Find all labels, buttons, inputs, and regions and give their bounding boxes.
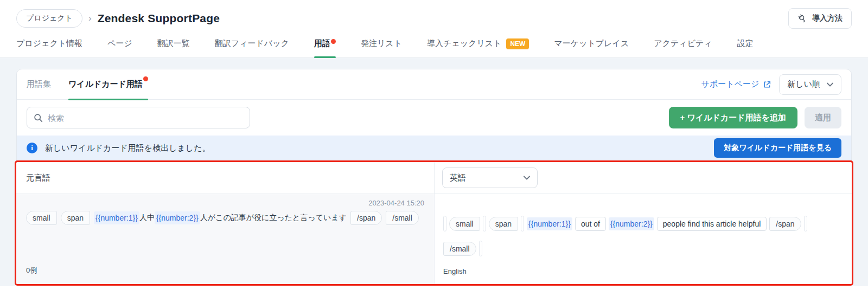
segment: /small <box>386 211 419 225</box>
source-term-cell: 2023-04-24 15:20 smallspan{{number:1}}人中… <box>16 194 434 284</box>
tab[interactable]: 設定 <box>737 34 754 57</box>
subtab[interactable]: ワイルドカード用語 <box>68 69 148 100</box>
table-header-row: 元言語 英語 <box>16 162 852 194</box>
segment: span <box>61 211 90 225</box>
main-area: 用語集 ワイルドカード用語 サポートページ 新しい順 <box>0 58 868 286</box>
tab-label: マーケットプレイス <box>554 38 629 49</box>
source-segments: smallspan{{number:1}}人中{{number:2}}人がこの記… <box>26 211 424 225</box>
tab-label: ページ <box>107 38 132 49</box>
segment[interactable]: /span <box>769 217 801 231</box>
segment: {{number:1}} <box>94 211 139 224</box>
external-link-icon <box>763 80 771 89</box>
info-icon: i <box>27 143 37 153</box>
tab[interactable]: アクティビティ <box>654 34 712 57</box>
segment: {{number:2}} <box>155 211 200 224</box>
target-term-cell: smallspan{{number:1}}out of{{number:2}}p… <box>434 194 852 284</box>
tab-label: 翻訳一覧 <box>157 38 190 49</box>
segment: small <box>26 211 57 225</box>
segment[interactable]: {{number:2}} <box>609 217 654 230</box>
subtab-row: 用語集 ワイルドカード用語 サポートページ 新しい順 <box>17 69 851 100</box>
segment[interactable]: {{number:1}} <box>527 217 572 230</box>
table-row: 2023-04-24 15:20 smallspan{{number:1}}人中… <box>16 194 852 284</box>
subtab[interactable]: 用語集 <box>27 69 51 100</box>
tab-label: 導入チェックリスト <box>427 38 501 49</box>
segment[interactable] <box>443 216 446 231</box>
subtab-label: ワイルドカード用語 <box>68 79 143 89</box>
main-tab-bar: プロジェクト情報 ページ 翻訳一覧 翻訳フィードバック 用語 発注リスト 導入チ… <box>0 34 868 58</box>
tab-label: プロジェクト情報 <box>16 38 82 49</box>
segment: 人がこの記事が役に立ったと言っています <box>200 211 347 225</box>
chevron-down-icon <box>827 82 833 87</box>
page-header: プロジェクト › Zendesk SupportPage 導入方法 <box>0 0 868 34</box>
support-page-label: サポートページ <box>701 79 760 89</box>
view-target-wildcard-terms-button[interactable]: 対象ワイルドカード用語を見る <box>714 138 841 158</box>
tab-label: アクティビティ <box>654 38 712 49</box>
segment: 人中 <box>139 211 155 225</box>
add-wildcard-term-button[interactable]: + ワイルドカード用語を追加 <box>669 107 797 128</box>
segment[interactable]: small <box>449 217 480 231</box>
info-banner: i 新しいワイルドカード用語を検出しました。 対象ワイルドカード用語を見る <box>17 136 851 160</box>
support-page-link[interactable]: サポートページ <box>701 79 772 89</box>
target-language-label: English <box>443 256 844 275</box>
tab[interactable]: 発注リスト <box>361 34 402 57</box>
install-guide-label: 導入方法 <box>812 14 843 23</box>
tab-label: 設定 <box>737 38 754 49</box>
new-badge: NEW <box>506 38 529 49</box>
search-input[interactable] <box>48 113 243 123</box>
tab-label: 発注リスト <box>361 38 402 49</box>
tab[interactable]: 導入チェックリスト NEW <box>427 34 529 57</box>
tab[interactable]: 用語 <box>314 34 336 57</box>
segment[interactable] <box>483 216 486 231</box>
segment[interactable] <box>804 216 807 231</box>
wildcard-terms-table: 元言語 英語 2023-04-24 15:20 smallspan{{numbe… <box>15 160 853 286</box>
tab[interactable]: 翻訳フィードバック <box>215 34 289 57</box>
tab[interactable]: ページ <box>107 34 132 57</box>
search-icon <box>34 113 43 123</box>
sort-order-value: 新しい順 <box>787 79 820 89</box>
segment[interactable]: span <box>489 217 518 231</box>
tab[interactable]: 翻訳一覧 <box>157 34 190 57</box>
plug-icon <box>795 11 809 25</box>
segment[interactable] <box>521 216 524 231</box>
segment[interactable]: /small <box>443 242 476 256</box>
page-title: Zendesk SupportPage <box>98 12 220 25</box>
target-segments-editor: smallspan{{number:1}}out of{{number:2}}p… <box>443 216 844 256</box>
chevron-down-icon <box>524 176 530 180</box>
tab[interactable]: マーケットプレイス <box>554 34 629 57</box>
usage-count: 0例 <box>26 255 424 275</box>
terms-card: 用語集 ワイルドカード用語 サポートページ 新しい順 <box>16 69 852 285</box>
segment[interactable]: people find this article helpful <box>657 217 767 231</box>
notification-dot <box>143 76 148 81</box>
breadcrumb[interactable]: プロジェクト <box>16 9 82 28</box>
segment[interactable]: out of <box>575 217 606 231</box>
apply-button[interactable]: 適用 <box>805 107 841 128</box>
target-language-header: 英語 <box>434 162 852 194</box>
toolbar: + ワイルドカード用語を追加 適用 <box>17 100 851 136</box>
target-language-value: 英語 <box>450 173 466 183</box>
tab-label: 用語 <box>314 38 330 49</box>
notification-dot <box>331 39 336 44</box>
target-language-dropdown[interactable]: 英語 <box>442 167 538 188</box>
source-language-header: 元言語 <box>16 162 434 194</box>
tab-label: 翻訳フィードバック <box>215 38 289 49</box>
segment[interactable] <box>443 235 844 237</box>
banner-text: 新しいワイルドカード用語を検出しました。 <box>45 143 210 153</box>
breadcrumb-chevron-icon: › <box>88 13 92 24</box>
search-box[interactable] <box>27 107 250 128</box>
subtab-label: 用語集 <box>27 79 51 89</box>
segment[interactable] <box>479 241 482 256</box>
tab[interactable]: プロジェクト情報 <box>16 34 82 57</box>
segment: /span <box>350 211 382 225</box>
sort-order-dropdown[interactable]: 新しい順 <box>779 74 841 95</box>
install-guide-button[interactable]: 導入方法 <box>788 8 852 29</box>
term-timestamp: 2023-04-24 15:20 <box>26 199 424 207</box>
